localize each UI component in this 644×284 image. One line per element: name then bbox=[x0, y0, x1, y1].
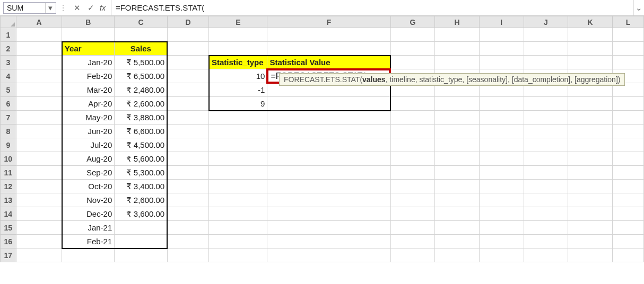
cell-C9[interactable]: ₹ 4,500.00 bbox=[115, 138, 167, 152]
cell-A16[interactable] bbox=[16, 235, 62, 248]
cell-F14[interactable] bbox=[267, 207, 390, 221]
cell-B9[interactable]: Jul-20 bbox=[62, 138, 115, 152]
col-header-L[interactable]: L bbox=[612, 16, 643, 28]
col-header-D[interactable]: D bbox=[167, 16, 209, 28]
cell-H17[interactable] bbox=[435, 248, 480, 262]
cancel-icon[interactable]: ✕ bbox=[72, 3, 82, 13]
cell-D14[interactable] bbox=[167, 207, 209, 221]
cell-L3[interactable] bbox=[612, 56, 643, 69]
cell-D9[interactable] bbox=[167, 138, 209, 152]
cell-H1[interactable] bbox=[435, 28, 480, 42]
cell-J14[interactable] bbox=[524, 207, 568, 221]
cell-J2[interactable] bbox=[524, 42, 568, 56]
cell-D13[interactable] bbox=[167, 193, 209, 207]
cell-G16[interactable] bbox=[390, 235, 435, 248]
cell-F12[interactable] bbox=[267, 180, 390, 193]
cell-K7[interactable] bbox=[568, 111, 613, 125]
cell-B1[interactable] bbox=[62, 28, 115, 42]
cell-A8[interactable] bbox=[16, 125, 62, 138]
cell-D11[interactable] bbox=[167, 166, 209, 180]
cell-J1[interactable] bbox=[524, 28, 568, 42]
col-header-E[interactable]: E bbox=[209, 16, 267, 28]
cell-K11[interactable] bbox=[568, 166, 613, 180]
cell-F9[interactable] bbox=[267, 138, 390, 152]
cell-C15[interactable] bbox=[115, 221, 167, 235]
cell-K1[interactable] bbox=[568, 28, 613, 42]
cell-D15[interactable] bbox=[167, 221, 209, 235]
row-header-6[interactable]: 6 bbox=[1, 97, 16, 111]
cell-E10[interactable] bbox=[209, 152, 267, 166]
cell-B17[interactable] bbox=[62, 248, 115, 262]
cell-H8[interactable] bbox=[435, 125, 480, 138]
cell-K6[interactable] bbox=[568, 97, 613, 111]
cell-J3[interactable] bbox=[524, 56, 568, 69]
cell-J10[interactable] bbox=[524, 152, 568, 166]
cell-A14[interactable] bbox=[16, 207, 62, 221]
cell-K12[interactable] bbox=[568, 180, 613, 193]
cell-A11[interactable] bbox=[16, 166, 62, 180]
cell-K14[interactable] bbox=[568, 207, 613, 221]
cell-E11[interactable] bbox=[209, 166, 267, 180]
row-header-16[interactable]: 16 bbox=[1, 235, 16, 248]
cell-F11[interactable] bbox=[267, 166, 390, 180]
cell-A17[interactable] bbox=[16, 248, 62, 262]
cell-C14[interactable]: ₹ 3,600.00 bbox=[115, 207, 167, 221]
cell-H12[interactable] bbox=[435, 180, 480, 193]
cell-F17[interactable] bbox=[267, 248, 390, 262]
cell-A4[interactable] bbox=[16, 69, 62, 83]
cell-I2[interactable] bbox=[479, 42, 524, 56]
cell-B15[interactable]: Jan-21 bbox=[62, 221, 115, 235]
cell-D7[interactable] bbox=[167, 111, 209, 125]
cell-I17[interactable] bbox=[479, 248, 524, 262]
row-header-4[interactable]: 4 bbox=[1, 69, 16, 83]
cell-B11[interactable]: Sep-20 bbox=[62, 166, 115, 180]
cell-L11[interactable] bbox=[612, 166, 643, 180]
cell-B2[interactable]: Year bbox=[62, 42, 115, 56]
cell-C10[interactable]: ₹ 5,600.00 bbox=[115, 152, 167, 166]
col-header-F[interactable]: F bbox=[267, 16, 390, 28]
cell-B3[interactable]: Jan-20 bbox=[62, 56, 115, 69]
cell-G10[interactable] bbox=[390, 152, 435, 166]
cell-C6[interactable]: ₹ 2,600.00 bbox=[115, 97, 167, 111]
cell-E8[interactable] bbox=[209, 125, 267, 138]
row-header-15[interactable]: 15 bbox=[1, 221, 16, 235]
row-header-2[interactable]: 2 bbox=[1, 42, 16, 56]
cell-L9[interactable] bbox=[612, 138, 643, 152]
formula-input[interactable]: =FORECAST.ETS.STAT( bbox=[116, 3, 633, 12]
col-header-K[interactable]: K bbox=[568, 16, 613, 28]
cell-L8[interactable] bbox=[612, 125, 643, 138]
cell-A3[interactable] bbox=[16, 56, 62, 69]
cell-E14[interactable] bbox=[209, 207, 267, 221]
row-header-7[interactable]: 7 bbox=[1, 111, 16, 125]
cell-H16[interactable] bbox=[435, 235, 480, 248]
col-header-I[interactable]: I bbox=[479, 16, 524, 28]
cell-H7[interactable] bbox=[435, 111, 480, 125]
cell-E9[interactable] bbox=[209, 138, 267, 152]
cell-C8[interactable]: ₹ 6,600.00 bbox=[115, 125, 167, 138]
cell-K2[interactable] bbox=[568, 42, 613, 56]
cell-H13[interactable] bbox=[435, 193, 480, 207]
select-all-corner[interactable] bbox=[1, 16, 16, 28]
cell-K9[interactable] bbox=[568, 138, 613, 152]
col-header-J[interactable]: J bbox=[524, 16, 568, 28]
cell-C1[interactable] bbox=[115, 28, 167, 42]
cell-I7[interactable] bbox=[479, 111, 524, 125]
row-header-5[interactable]: 5 bbox=[1, 83, 16, 97]
cell-A12[interactable] bbox=[16, 180, 62, 193]
cell-A13[interactable] bbox=[16, 193, 62, 207]
cell-B12[interactable]: Oct-20 bbox=[62, 180, 115, 193]
row-header-17[interactable]: 17 bbox=[1, 248, 16, 262]
cell-I11[interactable] bbox=[479, 166, 524, 180]
cell-E7[interactable] bbox=[209, 111, 267, 125]
cell-J16[interactable] bbox=[524, 235, 568, 248]
cell-E5[interactable]: -1 bbox=[209, 83, 267, 97]
cell-I1[interactable] bbox=[479, 28, 524, 42]
cell-L16[interactable] bbox=[612, 235, 643, 248]
cell-E16[interactable] bbox=[209, 235, 267, 248]
cell-B5[interactable]: Mar-20 bbox=[62, 83, 115, 97]
cell-A5[interactable] bbox=[16, 83, 62, 97]
cell-F3[interactable]: Statistical Value bbox=[267, 56, 390, 69]
enter-icon[interactable]: ✓ bbox=[86, 3, 95, 13]
cell-I16[interactable] bbox=[479, 235, 524, 248]
name-box-dropdown-icon[interactable]: ▾ bbox=[45, 3, 53, 13]
